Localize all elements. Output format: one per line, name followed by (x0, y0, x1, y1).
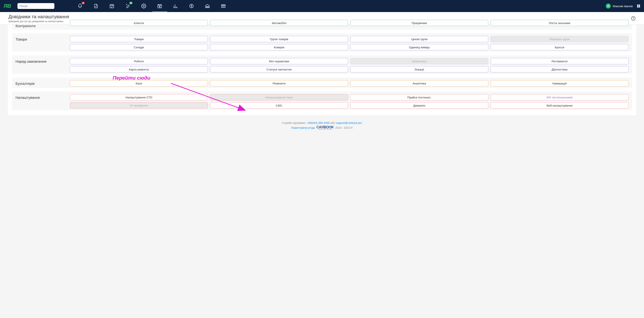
directory-button[interactable]: Діагностика (490, 66, 628, 72)
directory-button[interactable]: Карта ремонту (70, 66, 208, 72)
section-label: Контрагенти (16, 22, 64, 28)
support-email-link[interactable]: support@carbook.pro (336, 121, 362, 124)
new-document-icon[interactable] (93, 3, 99, 9)
directory-button[interactable]: Джерело (350, 102, 488, 108)
avatar-icon (606, 4, 611, 8)
directory-button[interactable]: Працівники (350, 20, 488, 26)
section-accounting: БухгалтеріяКасиРеквізитиАналітикаНумерац… (12, 78, 632, 88)
directory-button[interactable]: Регламенти (490, 58, 628, 64)
svg-rect-22 (222, 4, 225, 8)
user-name: Максим Іванов (613, 4, 633, 8)
footer-or: або (330, 121, 335, 124)
directory-button[interactable]: СМС (210, 102, 348, 108)
active-nav-indicator (152, 11, 167, 12)
directory-panel: Контрагенти КлієнтиАвтомобіліПрацівникиП… (8, 24, 636, 116)
calendar-check-icon[interactable] (109, 3, 114, 9)
section-order: Наряд-замовленняРоботиМої нормативиКомпл… (12, 55, 632, 74)
settings-gear-icon[interactable] (141, 3, 146, 9)
page-title: Довідники та налаштування (8, 14, 69, 20)
directory-button[interactable]: Реквізити (210, 80, 348, 86)
user-menu[interactable]: Максим Іванов (606, 4, 640, 8)
directory-button[interactable]: Товари (70, 36, 208, 42)
nav-icons: 2 3 (77, 3, 602, 9)
directory-button[interactable]: Налаштування СТО (70, 94, 208, 100)
section-goods: ТовариТовариГрупи товарівЦінові групиПов… (12, 33, 632, 52)
section-label: Бухгалтерія (16, 80, 64, 86)
directory-button: Повязані групи (490, 36, 628, 42)
directory-button[interactable]: Одиниці виміру (350, 44, 488, 50)
directory-button[interactable]: API постачальників (490, 94, 628, 100)
apps-grid-icon[interactable] (636, 4, 640, 8)
svg-rect-30 (639, 6, 640, 8)
search-input[interactable] (19, 4, 54, 8)
finance-icon[interactable] (189, 3, 194, 9)
support-phone-link[interactable]: +38(044) 389-3355 (306, 121, 330, 124)
brand-logo: ЯB (4, 3, 14, 9)
analytics-icon[interactable] (173, 3, 178, 9)
svg-rect-28 (639, 5, 640, 6)
tools-badge: 3 (129, 2, 132, 4)
directory-button: Комплекси (350, 58, 488, 64)
directory-button: Налаштування теми (210, 94, 348, 100)
directory-button[interactable]: Аналітика (350, 80, 488, 86)
footer: Служба підтримки: +38(044) 389-3355 або … (0, 116, 644, 132)
directory-button[interactable]: Цінові групи (350, 36, 488, 42)
help-icon[interactable]: ? (631, 16, 636, 20)
directory-button[interactable]: Роботи (70, 58, 208, 64)
support-label: Служба підтримки: (282, 121, 306, 124)
directory-button[interactable]: Веб-налаштування (490, 102, 628, 108)
tools-icon[interactable]: 3 (125, 3, 130, 9)
section-label: Налаштування (16, 94, 64, 108)
svg-rect-4 (110, 4, 114, 8)
directory-button: IP телефонія (70, 102, 208, 108)
search-box[interactable] (18, 3, 54, 9)
table-icon[interactable] (220, 3, 226, 9)
section-counterparties: Контрагенти КлієнтиАвтомобіліПрацівникиП… (12, 24, 632, 30)
section-label: Товари (16, 36, 64, 50)
directory-button[interactable]: Прайси постачал. (350, 94, 488, 100)
notifications-badge: 2 (82, 2, 85, 4)
page-subtitle: Швидкий доступ до довідників та налаштув… (8, 20, 69, 23)
svg-point-13 (159, 6, 160, 7)
notifications-icon[interactable]: 2 (77, 3, 83, 9)
directory-button[interactable]: Склади (70, 44, 208, 50)
directory-button[interactable]: Автомобілі (210, 20, 348, 26)
directory-button[interactable]: Нумерація (490, 80, 628, 86)
directory-button[interactable]: Мої нормативи (210, 58, 348, 64)
section-settings: НалаштуванняНалаштування СТОНалаштування… (12, 92, 632, 110)
footer-logo: CAЯBOOK cause we love the cars (316, 126, 334, 130)
directory-button[interactable]: Кросси (490, 44, 628, 50)
svg-point-8 (143, 6, 144, 7)
directory-button[interactable]: Локації (350, 66, 488, 72)
svg-rect-29 (637, 6, 638, 8)
directory-button[interactable]: Клієнти (70, 20, 208, 26)
directory-button[interactable]: Комірки (210, 44, 348, 50)
directory-button[interactable]: Статуси запчастин (210, 66, 348, 72)
user-agreement-link[interactable]: Користувача угода (291, 126, 315, 129)
directory-button[interactable]: Каси (70, 80, 208, 86)
garage-icon[interactable] (205, 3, 210, 9)
contact-card-icon[interactable] (157, 3, 162, 9)
svg-rect-27 (637, 5, 638, 6)
footer-years: 2015 - 2023 ® (336, 126, 353, 129)
svg-rect-9 (158, 4, 162, 8)
directory-button[interactable]: Групи товарів (210, 36, 348, 42)
top-nav: ЯB 2 3 (0, 0, 644, 12)
svg-point-26 (608, 5, 609, 6)
directory-button[interactable]: Поста чальники (490, 20, 628, 26)
section-label: Наряд-замовлення (16, 58, 64, 72)
